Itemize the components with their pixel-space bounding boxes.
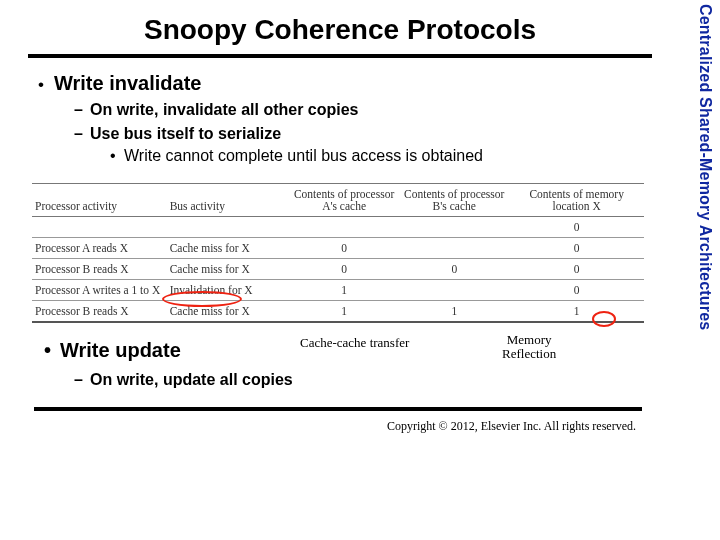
annotation-memory-reflection: Memory Reflection <box>502 333 556 360</box>
cell <box>32 217 167 238</box>
cell <box>167 217 289 238</box>
cell <box>399 217 509 238</box>
table-row: Processor A writes a 1 to X Invalidation… <box>32 280 644 301</box>
cell: Invalidation for X <box>167 280 289 301</box>
cell: 0 <box>509 217 644 238</box>
bullet-write-invalidate: •Write invalidate <box>38 72 646 95</box>
annotation-cache-transfer: Cache-cache transfer <box>300 335 409 351</box>
cell: 1 <box>289 280 399 301</box>
annotation-line: Reflection <box>502 346 556 361</box>
dash-icon: – <box>74 101 90 119</box>
cell: 0 <box>509 238 644 259</box>
bullet-text: Write invalidate <box>54 72 201 94</box>
cell: Processor B reads X <box>32 259 167 280</box>
cell: 0 <box>399 259 509 280</box>
cell: 1 <box>509 301 644 323</box>
cell: Processor B reads X <box>32 301 167 323</box>
cell: Cache miss for X <box>167 259 289 280</box>
cell <box>289 217 399 238</box>
cell: Processor A reads X <box>32 238 167 259</box>
coherence-table-wrap: Processor activity Bus activity Contents… <box>32 183 644 323</box>
cell: Processor A writes a 1 to X <box>32 280 167 301</box>
subsubbullet-text: Write cannot complete until bus access i… <box>124 147 483 164</box>
subbullet-text: On write, update all copies <box>90 371 293 388</box>
cell <box>399 280 509 301</box>
cell: 0 <box>509 280 644 301</box>
subbullet-text: On write, invalidate all other copies <box>90 101 359 118</box>
dash-icon: – <box>74 371 90 389</box>
th-bus-activity: Bus activity <box>167 184 289 217</box>
title-divider <box>28 54 652 58</box>
table-row: Processor B reads X Cache miss for X 0 0… <box>32 259 644 280</box>
slide-title: Snoopy Coherence Protocols <box>24 10 656 54</box>
side-chapter-label: Centralized Shared-Memory Architectures <box>696 4 714 330</box>
table-header-row: Processor activity Bus activity Contents… <box>32 184 644 217</box>
table-row: Processor B reads X Cache miss for X 1 1… <box>32 301 644 323</box>
bullet-write-update: •Write update <box>44 339 181 362</box>
table-row: 0 <box>32 217 644 238</box>
bullet-text: Write update <box>60 339 181 361</box>
cell: 0 <box>289 259 399 280</box>
bullet-dot-icon: • <box>44 339 60 362</box>
subbullet-update-copies: –On write, update all copies <box>74 371 646 389</box>
th-cache-a: Contents of processor A's cache <box>289 184 399 217</box>
cell: Cache miss for X <box>167 238 289 259</box>
coherence-table: Processor activity Bus activity Contents… <box>32 183 644 323</box>
dash-icon: – <box>74 125 90 143</box>
cell: 1 <box>289 301 399 323</box>
cell: Cache miss for X <box>167 301 289 323</box>
th-cache-b: Contents of processor B's cache <box>399 184 509 217</box>
content-area: •Write invalidate –On write, invalidate … <box>24 72 656 434</box>
copyright-text: Copyright © 2012, Elsevier Inc. All righ… <box>30 419 636 434</box>
cell: 0 <box>509 259 644 280</box>
subbullet-text: Use bus itself to serialize <box>90 125 281 142</box>
th-mem-x: Contents of memory location X <box>509 184 644 217</box>
bullet-dot-icon: • <box>110 147 124 165</box>
subbullet-bus-serialize: –Use bus itself to serialize <box>74 125 646 143</box>
subbullet-invalidate-copies: –On write, invalidate all other copies <box>74 101 646 119</box>
cell: 0 <box>289 238 399 259</box>
bullet-dot-icon: • <box>38 75 54 95</box>
annotation-row: •Write update Cache-cache transfer Memor… <box>30 329 646 369</box>
th-processor-activity: Processor activity <box>32 184 167 217</box>
bottom-divider <box>34 407 642 411</box>
cell <box>399 238 509 259</box>
slide: Snoopy Coherence Protocols •Write invali… <box>24 10 656 530</box>
subsubbullet-bus-access: •Write cannot complete until bus access … <box>110 147 646 165</box>
table-row: Processor A reads X Cache miss for X 0 0 <box>32 238 644 259</box>
cell: 1 <box>399 301 509 323</box>
